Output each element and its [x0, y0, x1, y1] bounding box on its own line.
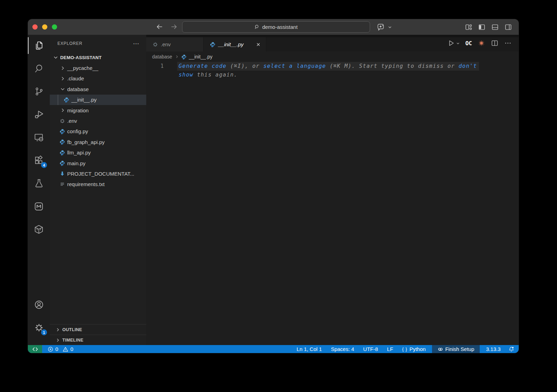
tab-env[interactable]: .env: [146, 37, 204, 51]
vscode-window: demo-assistant: [28, 19, 519, 353]
activity-run-debug[interactable]: [28, 106, 50, 123]
activity-remote-explorer[interactable]: [28, 129, 50, 146]
error-count: 0: [55, 346, 58, 352]
breadcrumb-file[interactable]: __init__.py: [189, 54, 213, 59]
minimize-window-button[interactable]: [42, 24, 47, 30]
tree-item-env[interactable]: .env: [50, 115, 146, 126]
remote-indicator[interactable]: [28, 345, 42, 353]
remote-explorer-icon: [33, 132, 44, 143]
eol-sequence[interactable]: LF: [383, 345, 398, 353]
activity-explorer[interactable]: [28, 37, 50, 54]
dont-show-link[interactable]: don't: [458, 63, 477, 69]
search-icon: [254, 24, 260, 30]
gear-icon: [60, 118, 65, 124]
warning-icon: [63, 346, 68, 352]
files-icon: [34, 40, 44, 51]
notifications-bell[interactable]: [505, 345, 519, 353]
breadcrumb-folder[interactable]: database: [152, 54, 172, 59]
status-bar: 0 0 Ln 1, Col 1 Spaces: 4 UTF-8 LF { }Py…: [28, 345, 519, 353]
tab-init-py[interactable]: __init__.py: [204, 37, 266, 51]
toggle-primary-sidebar-icon[interactable]: [478, 23, 486, 31]
python-icon: [210, 42, 215, 47]
m-logo-icon: [33, 201, 44, 212]
activity-containers[interactable]: [28, 221, 50, 238]
search-value: demo-assistant: [262, 24, 298, 30]
tree-item-pycache[interactable]: __pycache__: [50, 63, 146, 73]
more-actions-icon[interactable]: [504, 39, 512, 47]
tree-item-database[interactable]: database: [50, 84, 146, 94]
placeholder-line-2: show this again.: [179, 71, 237, 79]
toggle-secondary-sidebar-icon[interactable]: [504, 23, 512, 31]
container-icon: [33, 224, 44, 235]
copilot-chat-icon[interactable]: [377, 23, 386, 32]
tree-root[interactable]: DEMO-ASSISTANT: [50, 52, 146, 63]
finish-setup-button[interactable]: Finish Setup: [432, 345, 480, 353]
python-icon: [60, 160, 65, 166]
activity-search[interactable]: [28, 60, 50, 77]
chevron-down-icon: [60, 86, 65, 92]
forward-arrow-icon[interactable]: [170, 23, 178, 31]
tree-item-init-py[interactable]: __init__.py: [50, 95, 146, 105]
encoding[interactable]: UTF-8: [359, 345, 383, 353]
close-icon[interactable]: [256, 42, 261, 47]
activity-testing[interactable]: [28, 175, 50, 192]
python-icon: [60, 150, 65, 155]
run-options-chevron-icon[interactable]: [456, 41, 460, 45]
python-version[interactable]: 3.13.3: [481, 345, 505, 353]
claude-starburst-icon[interactable]: [478, 39, 485, 47]
tree-item-migration[interactable]: migration: [50, 105, 146, 115]
activity-source-control[interactable]: [28, 83, 50, 100]
code-editor[interactable]: 1 Generate code (⌘I), or select a langua…: [146, 62, 519, 345]
close-window-button[interactable]: [32, 24, 38, 30]
outline-section[interactable]: OUTLINE: [50, 324, 146, 335]
titlebar: demo-assistant: [28, 19, 519, 35]
activity-m-extension[interactable]: [28, 198, 50, 215]
chevron-down-icon[interactable]: [388, 25, 392, 29]
tree-item-config-py[interactable]: config.py: [50, 126, 146, 137]
tree-item-fb-graph-api[interactable]: fb_graph_api.py: [50, 137, 146, 147]
tree-item-claude[interactable]: .claude: [50, 73, 146, 84]
explorer-more-actions[interactable]: ⋯: [133, 40, 139, 47]
activity-settings[interactable]: 1: [28, 319, 50, 336]
activity-account[interactable]: [28, 296, 50, 313]
explorer-title: EXPLORER: [57, 41, 83, 46]
remote-icon: [32, 346, 38, 352]
select-language-link[interactable]: select a language: [263, 63, 326, 69]
indentation[interactable]: Spaces: 4: [327, 345, 359, 353]
python-icon: [64, 97, 69, 103]
generate-code-link[interactable]: Generate code: [179, 63, 227, 69]
markdown-icon: [60, 171, 65, 176]
chevron-right-icon: [60, 65, 65, 71]
python-icon: [60, 139, 65, 145]
chevron-right-icon: [55, 327, 60, 332]
bell-icon: [509, 346, 514, 352]
language-mode[interactable]: { }Python: [398, 345, 430, 353]
tree-item-main-py[interactable]: main.py: [50, 158, 146, 168]
problems-indicator[interactable]: 0 0: [48, 346, 76, 352]
source-control-icon: [34, 87, 44, 96]
gear-icon: [152, 42, 158, 47]
error-icon: [48, 346, 53, 352]
run-python-file-icon[interactable]: [447, 39, 455, 47]
zoom-window-button[interactable]: [52, 24, 57, 30]
toggle-panel-icon[interactable]: [491, 23, 499, 31]
chevron-right-icon: [175, 55, 179, 59]
oc-extension-icon[interactable]: OC: [465, 40, 472, 47]
chevron-right-icon: [55, 338, 60, 343]
warning-count: 0: [70, 346, 73, 352]
run-debug-icon: [33, 109, 45, 120]
cursor-position[interactable]: Ln 1, Col 1: [292, 345, 327, 353]
dont-show-link-2[interactable]: show: [179, 72, 193, 78]
command-center-search[interactable]: demo-assistant: [182, 21, 370, 33]
back-arrow-icon[interactable]: [155, 23, 164, 31]
activity-extensions[interactable]: 4: [28, 152, 50, 169]
tree-item-requirements[interactable]: requirements.txt: [50, 179, 146, 190]
tree-item-llm-api[interactable]: llm_api.py: [50, 147, 146, 158]
tree-item-project-documentation[interactable]: PROJECT_DOCUMENTAT...: [50, 168, 146, 179]
chevron-right-icon: [60, 107, 65, 113]
chevron-down-icon: [53, 55, 58, 60]
split-editor-icon[interactable]: [491, 39, 499, 47]
editor-group: .env __init__.py OC: [146, 35, 519, 345]
timeline-section[interactable]: TIMELINE: [50, 335, 146, 345]
customize-layout-icon[interactable]: [465, 23, 472, 31]
